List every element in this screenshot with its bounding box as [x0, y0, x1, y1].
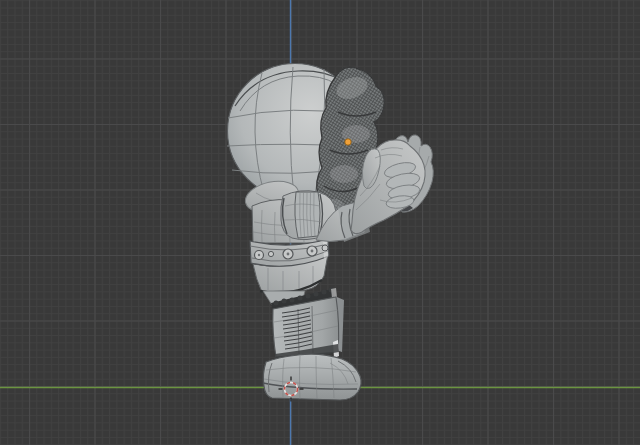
viewport-canvas[interactable] [0, 0, 640, 445]
viewport-3d[interactable] [0, 0, 640, 445]
shoe [263, 354, 361, 400]
object-origin-dot [345, 139, 351, 145]
